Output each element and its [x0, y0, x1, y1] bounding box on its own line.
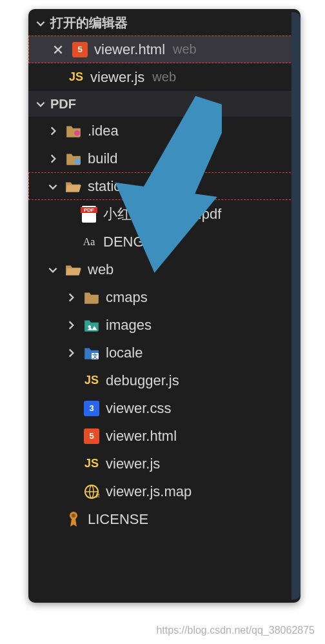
file-label: viewer.css: [106, 400, 171, 417]
css-icon: 3: [83, 399, 101, 418]
map-icon: JS: [83, 483, 101, 501]
file-label: viewer.js: [90, 69, 144, 86]
tree-item-idea[interactable]: .idea: [28, 117, 300, 145]
license-icon: [64, 510, 83, 528]
open-editor-item[interactable]: JS viewer.js web: [28, 63, 300, 91]
file-label: viewer.html: [94, 41, 165, 58]
tree-item-viewer-js[interactable]: JS viewer.js: [28, 450, 300, 478]
tree-item-viewer-css[interactable]: 3 viewer.css: [28, 394, 300, 422]
folder-label: static: [88, 178, 121, 195]
folder-label: .idea: [88, 123, 119, 139]
open-editors-title: 打开的编辑器: [50, 14, 128, 32]
file-label: viewer.js: [106, 456, 160, 472]
folder-label: build: [88, 150, 117, 167]
tree-item-build[interactable]: build: [28, 145, 300, 172]
svg-point-8: [72, 514, 75, 518]
file-label: 小红书(第四版).pdf: [103, 205, 221, 224]
html5-icon: 5: [83, 427, 101, 445]
chevron-down-icon: [35, 17, 46, 29]
font-icon: Aa: [80, 233, 98, 251]
folder-label: cmaps: [106, 289, 148, 306]
js-icon: JS: [67, 68, 85, 86]
folder-images-icon: [83, 316, 101, 334]
folder-icon: [64, 150, 83, 168]
html5-icon: 5: [71, 41, 89, 59]
tree-item-viewer-map[interactable]: JS viewer.js.map: [28, 478, 300, 505]
open-editors-header[interactable]: 打开的编辑器: [28, 9, 300, 35]
pdf-icon: [80, 205, 98, 223]
explorer-panel: 打开的编辑器 5 viewer.html web JS viewer.js we…: [28, 9, 300, 603]
chevron-right-icon: [46, 125, 59, 137]
folder-label: images: [106, 317, 152, 334]
folder-icon: [83, 288, 101, 307]
tree-item-static[interactable]: static: [28, 172, 300, 200]
folder-label: web: [88, 261, 113, 278]
file-dir: web: [152, 70, 176, 85]
file-label: DENG.TTF: [103, 234, 174, 250]
close-icon[interactable]: [50, 44, 66, 55]
file-label: LICENSE: [88, 511, 148, 528]
chevron-right-icon: [64, 319, 77, 331]
open-editor-item[interactable]: 5 viewer.html web: [28, 35, 300, 63]
folder-label: locale: [106, 345, 143, 361]
svg-text:JS: JS: [95, 492, 99, 499]
tree-item-font[interactable]: Aa DENG.TTF: [28, 228, 300, 256]
chevron-down-icon: [46, 264, 59, 276]
chevron-right-icon: [46, 153, 59, 165]
tree-item-cmaps[interactable]: cmaps: [28, 283, 300, 311]
chevron-right-icon: [64, 347, 77, 359]
tree-item-license[interactable]: LICENSE: [28, 505, 300, 533]
folder-icon: [64, 122, 83, 140]
file-dir: web: [173, 42, 197, 57]
file-label: viewer.js.map: [106, 483, 192, 500]
chevron-down-icon: [35, 98, 46, 110]
js-icon: JS: [83, 455, 101, 473]
js-icon: JS: [83, 372, 101, 390]
chevron-down-icon: [46, 181, 59, 192]
svg-rect-1: [75, 159, 81, 165]
project-header[interactable]: PDF: [28, 91, 300, 117]
project-title: PDF: [50, 97, 76, 112]
tree-item-debugger[interactable]: JS debugger.js: [28, 367, 300, 394]
folder-locale-icon: 文: [83, 344, 101, 362]
right-edge-decoration: [291, 12, 300, 599]
folder-open-icon: [64, 177, 83, 196]
folder-open-icon: [64, 261, 83, 279]
tree-item-images[interactable]: images: [28, 311, 300, 339]
tree-item-pdf[interactable]: 小红书(第四版).pdf: [28, 200, 300, 228]
tree-item-viewer-html[interactable]: 5 viewer.html: [28, 422, 300, 450]
svg-point-0: [74, 130, 80, 136]
tree-item-locale[interactable]: 文 locale: [28, 339, 300, 367]
svg-text:文: 文: [92, 352, 98, 359]
file-label: debugger.js: [106, 372, 179, 389]
file-label: viewer.html: [106, 428, 177, 445]
watermark: https://blog.csdn.net/qq_38062875: [156, 625, 315, 636]
chevron-right-icon: [64, 292, 77, 303]
tree-item-web[interactable]: web: [28, 256, 300, 283]
